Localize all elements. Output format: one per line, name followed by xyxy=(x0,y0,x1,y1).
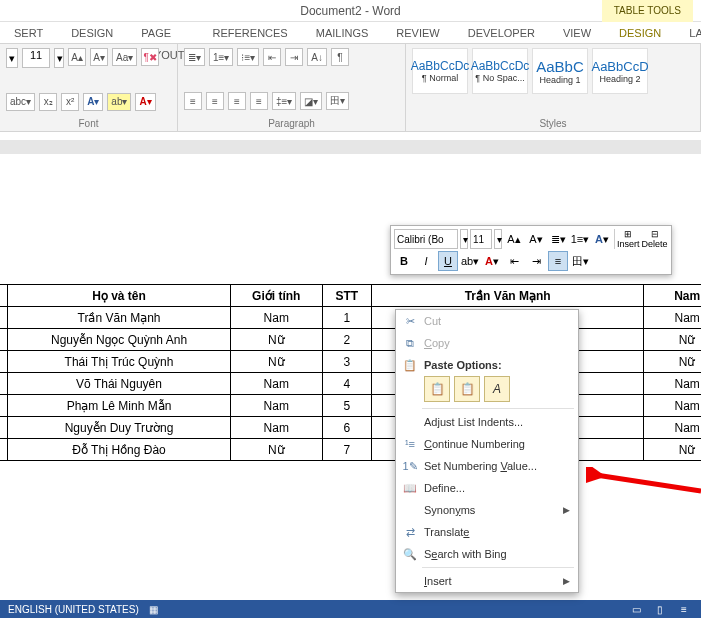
ctx-synonyms[interactable]: Synonyms▶ xyxy=(396,499,578,521)
align-center-icon[interactable]: ≡ xyxy=(206,92,224,110)
mini-numbering-icon[interactable]: 1≡▾ xyxy=(570,229,590,249)
mini-font-dd[interactable]: ▾ xyxy=(460,229,468,249)
mini-italic-icon[interactable]: I xyxy=(416,251,436,271)
mini-underline-icon[interactable]: U xyxy=(438,251,458,271)
ribbon-tabs: SERT DESIGN PAGE LAYOUT REFERENCES MAILI… xyxy=(0,22,701,44)
view-web-icon[interactable]: ≡ xyxy=(675,604,693,615)
view-read-icon[interactable]: ▭ xyxy=(627,604,645,615)
change-case-icon[interactable]: Aa▾ xyxy=(112,48,137,66)
status-bar: ENGLISH (UNITED STATES) ▦ ▭ ▯ ≡ xyxy=(0,600,701,618)
table-row[interactable]: 3Thái Thị Trúc QuỳnhNữ3hNữ xyxy=(0,351,701,373)
mini-shrink-icon[interactable]: A▾ xyxy=(526,229,546,249)
tab-view[interactable]: VIEW xyxy=(549,22,605,43)
align-right-icon[interactable]: ≡ xyxy=(228,92,246,110)
clear-format-icon[interactable]: ¶✖ xyxy=(141,48,159,66)
mini-font-color-icon[interactable]: A▾ xyxy=(482,251,502,271)
paste-options-row: 📋 📋 A xyxy=(396,376,578,406)
tab-mailings[interactable]: MAILINGS xyxy=(302,22,383,43)
font-color-icon[interactable]: A▾ xyxy=(135,93,155,111)
data-table[interactable]: TT Họ và tên Giới tính STT Trần Văn Mạnh… xyxy=(0,284,701,461)
style-heading2[interactable]: AaBbCcDHeading 2 xyxy=(592,48,648,94)
status-language[interactable]: ENGLISH (UNITED STATES) xyxy=(8,604,139,615)
mini-styles-icon[interactable]: A▾ xyxy=(592,229,612,249)
indent-right-icon[interactable]: ⇥ xyxy=(285,48,303,66)
contextual-tab-label: TABLE TOOLS xyxy=(602,0,693,22)
table-row[interactable]: 5Phạm Lê Minh MẫnNam5Nam xyxy=(0,395,701,417)
style-heading1[interactable]: AaBbCHeading 1 xyxy=(532,48,588,94)
tab-design[interactable]: DESIGN xyxy=(57,22,127,43)
cut-icon: ✂ xyxy=(402,313,418,329)
paste-text-only-icon[interactable]: A xyxy=(484,376,510,402)
view-print-icon[interactable]: ▯ xyxy=(651,604,669,615)
mini-indent-left-icon[interactable]: ⇤ xyxy=(504,251,524,271)
ctx-cut[interactable]: ✂Cut xyxy=(396,310,578,332)
table-row[interactable]: 1Trần Văn MạnhNam1Trần Văn MạnhNam xyxy=(0,307,701,329)
table-row[interactable]: 7Đỗ Thị Hồng ĐàoNữ7Nữ xyxy=(0,439,701,461)
mini-insert-button[interactable]: ⊞Insert xyxy=(617,229,640,249)
sort-icon[interactable]: A↓ xyxy=(307,48,327,66)
font-size-input[interactable]: 11 xyxy=(22,48,50,68)
ctx-continue-numbering[interactable]: ¹≡Continue Numbering xyxy=(396,433,578,455)
subscript-icon[interactable]: x₂ xyxy=(39,93,57,111)
copy-icon: ⧉ xyxy=(402,335,418,351)
page[interactable]: TT Họ và tên Giới tính STT Trần Văn Mạnh… xyxy=(0,154,701,600)
status-macro-icon[interactable]: ▦ xyxy=(149,604,158,615)
mini-align-center-icon[interactable]: ≡ xyxy=(548,251,568,271)
mini-font-combo[interactable]: Calibri (Bo xyxy=(394,229,458,249)
ctx-insert[interactable]: Insert▶ xyxy=(396,570,578,592)
line-spacing-icon[interactable]: ‡≡▾ xyxy=(272,92,296,110)
continue-numbering-icon: ¹≡ xyxy=(402,436,418,452)
tab-insert[interactable]: SERT xyxy=(0,22,57,43)
align-left-icon[interactable]: ≡ xyxy=(184,92,202,110)
ctx-define[interactable]: 📖Define... xyxy=(396,477,578,499)
grow-font-icon[interactable]: A▴ xyxy=(68,48,86,66)
bullets-icon[interactable]: ≣▾ xyxy=(184,48,205,66)
mini-bullets-icon[interactable]: ≣▾ xyxy=(548,229,568,249)
define-icon: 📖 xyxy=(402,480,418,496)
mini-size[interactable]: 11 xyxy=(470,229,492,249)
font-family-dropdown[interactable]: ▾ xyxy=(6,48,18,68)
style-no-spacing[interactable]: AaBbCcDc¶ No Spac... xyxy=(472,48,528,94)
text-effects-icon[interactable]: abc▾ xyxy=(6,93,35,111)
justify-icon[interactable]: ≡ xyxy=(250,92,268,110)
tab-developer[interactable]: DEVELOPER xyxy=(454,22,549,43)
font-size-dropdown[interactable]: ▾ xyxy=(54,48,64,68)
mini-highlight-icon[interactable]: ab▾ xyxy=(460,251,480,271)
ctx-adjust-indents[interactable]: Adjust List Indents... xyxy=(396,411,578,433)
mini-borders-icon[interactable]: 田▾ xyxy=(570,251,590,271)
ctx-set-numbering-value[interactable]: 1✎Set Numbering Value... xyxy=(396,455,578,477)
show-marks-icon[interactable]: ¶ xyxy=(331,48,349,66)
indent-left-icon[interactable]: ⇤ xyxy=(263,48,281,66)
submenu-arrow-icon: ▶ xyxy=(563,505,570,515)
table-row[interactable]: 4Võ Thái NguyênNam4Nam xyxy=(0,373,701,395)
table-row[interactable]: 6Nguyễn Duy TrườngNam6gNam xyxy=(0,417,701,439)
shrink-font-icon[interactable]: A▾ xyxy=(90,48,108,66)
superscript-icon[interactable]: x² xyxy=(61,93,79,111)
highlight-icon[interactable]: ab▾ xyxy=(107,93,131,111)
mini-bold-icon[interactable]: B xyxy=(394,251,414,271)
tab-page-layout[interactable]: PAGE LAYOUT xyxy=(127,22,198,43)
mini-grow-icon[interactable]: A▴ xyxy=(504,229,524,249)
doc-title: Document2 - Word xyxy=(300,4,400,18)
numbering-icon[interactable]: 1≡▾ xyxy=(209,48,233,66)
paste-keep-source-icon[interactable]: 📋 xyxy=(424,376,450,402)
text-effects2-icon[interactable]: A▾ xyxy=(83,93,103,111)
tab-review[interactable]: REVIEW xyxy=(382,22,453,43)
mini-delete-button[interactable]: ⊟Delete xyxy=(642,229,668,249)
tab-references[interactable]: REFERENCES xyxy=(199,22,302,43)
table-row[interactable]: 2Nguyễn Ngọc Quỳnh AnhNữ2AnhNữ xyxy=(0,329,701,351)
multilevel-icon[interactable]: ⁝≡▾ xyxy=(237,48,259,66)
style-normal[interactable]: AaBbCcDc¶ Normal xyxy=(412,48,468,94)
borders-icon[interactable]: 田▾ xyxy=(326,92,349,110)
group-paragraph-label: Paragraph xyxy=(184,118,399,129)
ctx-search-bing[interactable]: 🔍Search with Bing xyxy=(396,543,578,565)
shading-icon[interactable]: ◪▾ xyxy=(300,92,322,110)
tab-layout[interactable]: LA xyxy=(675,22,701,43)
ctx-copy[interactable]: ⧉Copy xyxy=(396,332,578,354)
ctx-translate[interactable]: ⇄Translate xyxy=(396,521,578,543)
group-font-label: Font xyxy=(6,118,171,129)
mini-size-dd[interactable]: ▾ xyxy=(494,229,502,249)
paste-merge-icon[interactable]: 📋 xyxy=(454,376,480,402)
tab-table-design[interactable]: DESIGN xyxy=(605,22,675,43)
mini-indent-right-icon[interactable]: ⇥ xyxy=(526,251,546,271)
